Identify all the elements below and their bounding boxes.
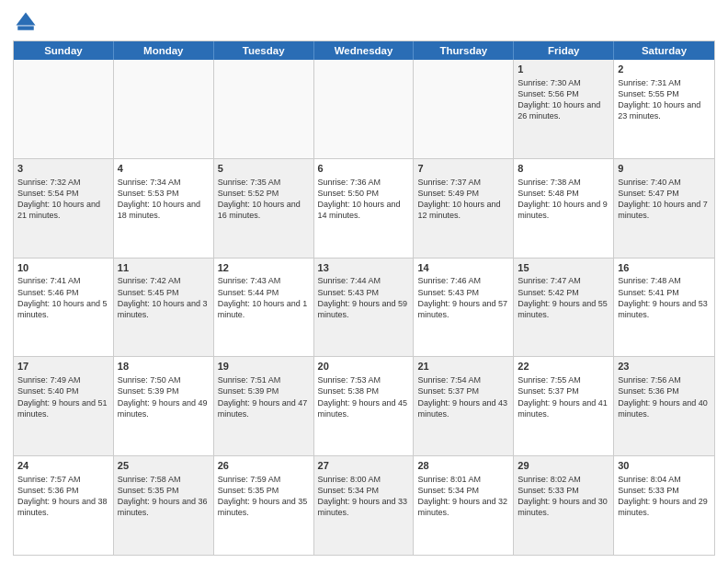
calendar-cell (314, 60, 415, 158)
day-info: Sunrise: 7:50 AM Sunset: 5:39 PM Dayligh… (118, 375, 208, 418)
day-info: Sunrise: 8:04 AM Sunset: 5:33 PM Dayligh… (618, 475, 708, 517)
day-info: Sunrise: 7:55 AM Sunset: 5:37 PM Dayligh… (518, 375, 608, 418)
calendar-header-cell: Wednesday (314, 41, 415, 60)
day-info: Sunrise: 7:31 AM Sunset: 5:55 PM Dayligh… (618, 78, 700, 121)
day-info: Sunrise: 7:40 AM Sunset: 5:47 PM Dayligh… (618, 178, 708, 220)
day-number: 30 (618, 459, 711, 473)
day-info: Sunrise: 7:58 AM Sunset: 5:35 PM Dayligh… (118, 475, 208, 517)
calendar-cell: 17Sunrise: 7:49 AM Sunset: 5:40 PM Dayli… (14, 357, 114, 455)
day-number: 8 (518, 162, 609, 176)
day-info: Sunrise: 7:56 AM Sunset: 5:36 PM Dayligh… (618, 375, 708, 418)
calendar-cell: 2Sunrise: 7:31 AM Sunset: 5:55 PM Daylig… (614, 60, 714, 158)
day-number: 4 (118, 162, 210, 176)
day-info: Sunrise: 7:49 AM Sunset: 5:40 PM Dayligh… (17, 375, 108, 418)
day-number: 22 (518, 360, 609, 373)
calendar-cell: 13Sunrise: 7:44 AM Sunset: 5:43 PM Dayli… (314, 259, 415, 357)
day-number: 27 (318, 459, 410, 473)
day-number: 11 (118, 261, 210, 275)
calendar-header-cell: Thursday (414, 41, 514, 60)
calendar-cell: 5Sunrise: 7:35 AM Sunset: 5:52 PM Daylig… (214, 159, 314, 258)
day-number: 28 (417, 459, 509, 473)
calendar-body: 1Sunrise: 7:30 AM Sunset: 5:56 PM Daylig… (14, 60, 714, 555)
calendar-header-cell: Monday (114, 41, 214, 60)
day-number: 9 (618, 162, 711, 176)
day-number: 19 (218, 360, 310, 373)
calendar-week: 3Sunrise: 7:32 AM Sunset: 5:54 PM Daylig… (14, 159, 714, 259)
calendar-header-cell: Tuesday (214, 41, 314, 60)
calendar-cell (414, 60, 514, 158)
day-number: 25 (118, 459, 210, 473)
calendar-cell: 1Sunrise: 7:30 AM Sunset: 5:56 PM Daylig… (514, 60, 614, 158)
calendar-cell: 20Sunrise: 7:53 AM Sunset: 5:38 PM Dayli… (314, 357, 415, 455)
day-info: Sunrise: 7:35 AM Sunset: 5:52 PM Dayligh… (218, 178, 301, 220)
day-number: 14 (417, 261, 509, 275)
calendar-cell: 28Sunrise: 8:01 AM Sunset: 5:34 PM Dayli… (414, 456, 514, 555)
day-number: 16 (618, 261, 711, 275)
day-info: Sunrise: 7:46 AM Sunset: 5:43 PM Dayligh… (417, 276, 507, 318)
calendar-cell: 21Sunrise: 7:54 AM Sunset: 5:37 PM Dayli… (414, 357, 514, 455)
calendar-cell (14, 60, 114, 158)
day-info: Sunrise: 7:59 AM Sunset: 5:35 PM Dayligh… (218, 475, 308, 517)
day-number: 12 (218, 261, 310, 275)
calendar-week: 17Sunrise: 7:49 AM Sunset: 5:40 PM Dayli… (14, 357, 714, 456)
day-info: Sunrise: 7:42 AM Sunset: 5:45 PM Dayligh… (118, 276, 208, 318)
calendar-cell: 16Sunrise: 7:48 AM Sunset: 5:41 PM Dayli… (614, 259, 714, 357)
calendar-cell: 29Sunrise: 8:02 AM Sunset: 5:33 PM Dayli… (514, 456, 614, 555)
day-number: 3 (17, 162, 109, 176)
day-info: Sunrise: 7:32 AM Sunset: 5:54 PM Dayligh… (17, 178, 100, 220)
day-info: Sunrise: 7:53 AM Sunset: 5:38 PM Dayligh… (318, 375, 408, 418)
calendar-cell: 9Sunrise: 7:40 AM Sunset: 5:47 PM Daylig… (614, 159, 714, 258)
calendar-cell: 25Sunrise: 7:58 AM Sunset: 5:35 PM Dayli… (114, 456, 214, 555)
calendar-header-row: SundayMondayTuesdayWednesdayThursdayFrid… (14, 41, 714, 60)
day-info: Sunrise: 7:47 AM Sunset: 5:42 PM Dayligh… (518, 276, 608, 318)
day-info: Sunrise: 8:02 AM Sunset: 5:33 PM Dayligh… (518, 475, 608, 517)
calendar-cell (214, 60, 314, 158)
day-number: 29 (518, 459, 609, 473)
calendar-cell (114, 60, 214, 158)
day-number: 6 (318, 162, 410, 176)
day-info: Sunrise: 7:54 AM Sunset: 5:37 PM Dayligh… (417, 375, 507, 418)
day-info: Sunrise: 7:37 AM Sunset: 5:49 PM Dayligh… (417, 178, 500, 220)
calendar-week: 1Sunrise: 7:30 AM Sunset: 5:56 PM Daylig… (14, 60, 714, 159)
calendar-cell: 7Sunrise: 7:37 AM Sunset: 5:49 PM Daylig… (414, 159, 514, 258)
calendar-cell: 26Sunrise: 7:59 AM Sunset: 5:35 PM Dayli… (214, 456, 314, 555)
day-info: Sunrise: 7:36 AM Sunset: 5:50 PM Dayligh… (318, 178, 401, 220)
calendar-cell: 23Sunrise: 7:56 AM Sunset: 5:36 PM Dayli… (614, 357, 714, 455)
calendar-cell: 22Sunrise: 7:55 AM Sunset: 5:37 PM Dayli… (514, 357, 614, 455)
day-info: Sunrise: 7:41 AM Sunset: 5:46 PM Dayligh… (17, 276, 108, 318)
calendar-cell: 24Sunrise: 7:57 AM Sunset: 5:36 PM Dayli… (14, 456, 114, 555)
day-number: 21 (417, 360, 509, 373)
svg-marker-0 (17, 13, 36, 26)
day-number: 2 (618, 63, 711, 76)
day-number: 7 (417, 162, 509, 176)
day-info: Sunrise: 7:51 AM Sunset: 5:39 PM Dayligh… (218, 375, 308, 418)
calendar: SundayMondayTuesdayWednesdayThursdayFrid… (13, 40, 715, 556)
day-info: Sunrise: 7:57 AM Sunset: 5:36 PM Dayligh… (17, 475, 108, 517)
calendar-week: 24Sunrise: 7:57 AM Sunset: 5:36 PM Dayli… (14, 456, 714, 555)
calendar-cell: 10Sunrise: 7:41 AM Sunset: 5:46 PM Dayli… (14, 259, 114, 357)
day-number: 24 (17, 459, 109, 473)
header (13, 9, 715, 35)
calendar-cell: 12Sunrise: 7:43 AM Sunset: 5:44 PM Dayli… (214, 259, 314, 357)
day-info: Sunrise: 7:44 AM Sunset: 5:43 PM Dayligh… (318, 276, 408, 318)
page: SundayMondayTuesdayWednesdayThursdayFrid… (0, 0, 728, 563)
calendar-header-cell: Friday (514, 41, 614, 60)
day-info: Sunrise: 7:43 AM Sunset: 5:44 PM Dayligh… (218, 276, 308, 318)
calendar-cell: 6Sunrise: 7:36 AM Sunset: 5:50 PM Daylig… (314, 159, 415, 258)
calendar-cell: 11Sunrise: 7:42 AM Sunset: 5:45 PM Dayli… (114, 259, 214, 357)
day-number: 18 (118, 360, 210, 373)
day-info: Sunrise: 8:01 AM Sunset: 5:34 PM Dayligh… (417, 475, 507, 517)
calendar-cell: 8Sunrise: 7:38 AM Sunset: 5:48 PM Daylig… (514, 159, 614, 258)
day-number: 10 (17, 261, 109, 275)
day-number: 15 (518, 261, 609, 275)
calendar-cell: 18Sunrise: 7:50 AM Sunset: 5:39 PM Dayli… (114, 357, 214, 455)
calendar-header-cell: Saturday (614, 41, 714, 60)
calendar-cell: 27Sunrise: 8:00 AM Sunset: 5:34 PM Dayli… (314, 456, 415, 555)
day-number: 5 (218, 162, 310, 176)
day-number: 20 (318, 360, 410, 373)
day-info: Sunrise: 7:34 AM Sunset: 5:53 PM Dayligh… (118, 178, 200, 220)
day-number: 26 (218, 459, 310, 473)
calendar-cell: 30Sunrise: 8:04 AM Sunset: 5:33 PM Dayli… (614, 456, 714, 555)
day-info: Sunrise: 7:38 AM Sunset: 5:48 PM Dayligh… (518, 178, 608, 220)
logo (13, 9, 42, 35)
